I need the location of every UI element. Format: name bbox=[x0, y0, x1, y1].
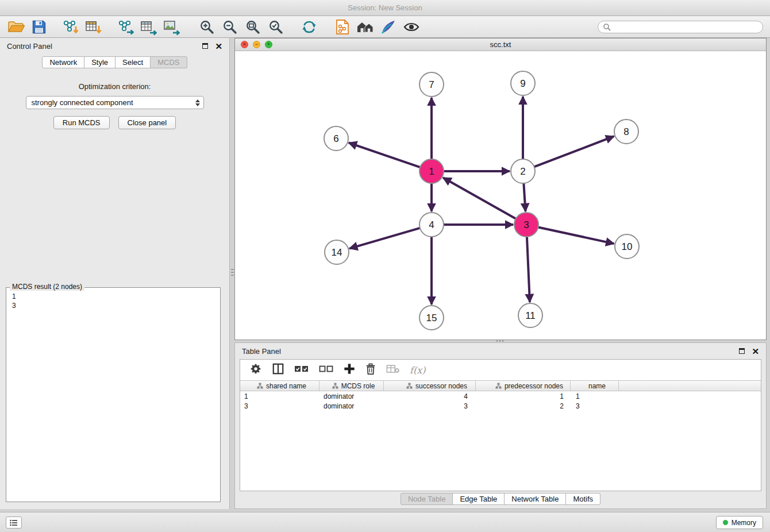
graph-edge-3-10[interactable] bbox=[538, 227, 614, 244]
export-image-icon[interactable] bbox=[160, 17, 183, 37]
graph-edge-2-8[interactable] bbox=[534, 136, 614, 167]
zoom-selected-icon[interactable] bbox=[264, 17, 287, 37]
svg-text:10: 10 bbox=[622, 241, 633, 252]
network-window-titlebar: × − + scc.txt bbox=[235, 38, 766, 51]
table-panel-header: Table Panel ✕ bbox=[235, 343, 766, 359]
svg-text:1: 1 bbox=[429, 166, 434, 177]
network-canvas[interactable]: 7968124314101511 bbox=[235, 51, 766, 340]
tab-mcds[interactable]: MCDS bbox=[150, 56, 187, 68]
memory-label: Memory bbox=[732, 519, 756, 527]
mcds-result-title: MCDS result (2 nodes) bbox=[10, 283, 84, 291]
graph-edge-4-14[interactable] bbox=[349, 228, 420, 249]
table-row[interactable]: 3dominator323 bbox=[240, 401, 761, 411]
graph-node-15[interactable]: 15 bbox=[419, 306, 444, 330]
run-mcds-button[interactable]: Run MCDS bbox=[53, 116, 110, 129]
main-toolbar bbox=[0, 16, 770, 38]
svg-text:6: 6 bbox=[333, 133, 338, 144]
table-row[interactable]: 1dominator411 bbox=[240, 391, 761, 401]
save-session-icon[interactable] bbox=[28, 17, 51, 37]
graph-edge-1-6[interactable] bbox=[349, 142, 420, 167]
table-cell: 3 bbox=[240, 401, 319, 411]
show-hide-eye-icon[interactable] bbox=[400, 17, 423, 37]
optimization-criterion-label: Optimization criterion: bbox=[0, 82, 229, 91]
close-panel-button[interactable]: Close panel bbox=[118, 116, 176, 129]
network-file-icon[interactable] bbox=[331, 17, 354, 37]
delete-column-trash-icon[interactable] bbox=[365, 363, 376, 377]
zoom-out-icon[interactable] bbox=[218, 17, 241, 37]
delete-table-icon bbox=[386, 364, 400, 376]
graph-node-9[interactable]: 9 bbox=[511, 71, 535, 95]
minimize-window-icon[interactable]: − bbox=[253, 41, 260, 48]
graph-node-14[interactable]: 14 bbox=[325, 240, 349, 264]
table-toolbar: f(x) bbox=[240, 360, 761, 380]
close-window-icon[interactable]: × bbox=[241, 41, 248, 48]
table-settings-gear-icon[interactable] bbox=[249, 363, 262, 377]
apply-layout-icon[interactable] bbox=[298, 17, 321, 37]
graph-node-1[interactable]: 1 bbox=[419, 159, 444, 183]
open-session-icon[interactable] bbox=[5, 17, 28, 37]
deselect-all-icon[interactable] bbox=[319, 364, 334, 376]
close-table-panel-icon[interactable]: ✕ bbox=[752, 347, 759, 356]
float-panel-icon[interactable] bbox=[202, 43, 208, 49]
zoom-fit-icon[interactable] bbox=[241, 17, 264, 37]
svg-text:11: 11 bbox=[525, 310, 536, 321]
import-table-file-icon[interactable] bbox=[82, 17, 105, 37]
memory-status-icon bbox=[723, 520, 728, 525]
maximize-window-icon[interactable]: + bbox=[265, 41, 272, 48]
svg-text:14: 14 bbox=[332, 247, 342, 258]
add-column-icon[interactable] bbox=[344, 363, 355, 377]
graph-node-10[interactable]: 10 bbox=[615, 234, 639, 259]
graph-edge-3-1[interactable] bbox=[443, 178, 516, 218]
graph-node-6[interactable]: 6 bbox=[324, 126, 348, 151]
graph-node-7[interactable]: 7 bbox=[419, 72, 444, 97]
graph-edge-2-3[interactable] bbox=[523, 183, 525, 211]
search-box[interactable] bbox=[598, 21, 763, 33]
column-header-predecessor-nodes[interactable]: predecessor nodes bbox=[476, 381, 571, 391]
graph-node-3[interactable]: 3 bbox=[514, 213, 538, 237]
column-header-successor-nodes[interactable]: successor nodes bbox=[384, 381, 476, 391]
graph-node-2[interactable]: 2 bbox=[511, 159, 535, 183]
graph-node-4[interactable]: 4 bbox=[419, 213, 444, 237]
control-panel-tabs: Network Style Select MCDS bbox=[0, 56, 229, 68]
first-neighbors-houses-icon[interactable] bbox=[354, 17, 377, 37]
select-all-icon[interactable] bbox=[294, 364, 309, 376]
node-table: f(x) shared name MCDS role successor nod… bbox=[240, 359, 761, 491]
tab-network-table[interactable]: Network Table bbox=[504, 493, 566, 505]
tab-motifs[interactable]: Motifs bbox=[565, 493, 600, 505]
control-panel-header: Control Panel ✕ bbox=[0, 38, 229, 54]
column-header-name[interactable]: name bbox=[571, 381, 619, 391]
style-brush-icon[interactable] bbox=[377, 17, 400, 37]
vertical-splitter[interactable] bbox=[230, 265, 234, 279]
column-header-shared-name[interactable]: shared name bbox=[240, 381, 319, 391]
table-cell: 1 bbox=[476, 391, 571, 401]
graph-node-11[interactable]: 11 bbox=[518, 303, 542, 327]
svg-text:4: 4 bbox=[429, 219, 434, 230]
tab-select[interactable]: Select bbox=[115, 56, 151, 68]
import-network-file-icon[interactable] bbox=[59, 17, 82, 37]
graph-edge-3-11[interactable] bbox=[527, 237, 530, 302]
table-cell: 4 bbox=[384, 391, 476, 401]
mcds-result-box: MCDS result (2 nodes) 1 3 bbox=[6, 287, 221, 502]
search-input[interactable] bbox=[611, 23, 758, 31]
tab-node-table[interactable]: Node Table bbox=[401, 493, 453, 505]
criterion-dropdown[interactable]: strongly connected component bbox=[26, 96, 204, 109]
task-list-icon bbox=[10, 519, 18, 526]
svg-text:3: 3 bbox=[523, 219, 529, 230]
tab-edge-table[interactable]: Edge Table bbox=[452, 493, 505, 505]
float-table-panel-icon[interactable] bbox=[739, 348, 745, 354]
tab-network[interactable]: Network bbox=[42, 56, 84, 68]
mcds-result-text[interactable]: 1 3 bbox=[6, 288, 220, 314]
graph-node-8[interactable]: 8 bbox=[614, 119, 638, 144]
column-header-mcds-role[interactable]: MCDS role bbox=[319, 381, 384, 391]
search-icon bbox=[603, 23, 611, 31]
table-cell: dominator bbox=[319, 401, 384, 411]
status-bar: Memory bbox=[0, 512, 770, 532]
task-history-button[interactable] bbox=[6, 516, 22, 529]
export-network-icon[interactable] bbox=[114, 17, 137, 37]
zoom-in-icon[interactable] bbox=[195, 17, 218, 37]
export-table-icon[interactable] bbox=[137, 17, 160, 37]
memory-button[interactable]: Memory bbox=[716, 516, 763, 529]
close-panel-icon[interactable]: ✕ bbox=[215, 42, 222, 51]
tab-style[interactable]: Style bbox=[84, 56, 116, 68]
show-columns-icon[interactable] bbox=[272, 363, 284, 377]
